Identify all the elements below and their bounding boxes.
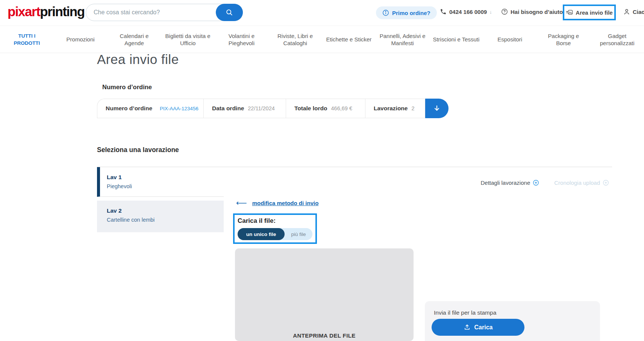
nav-label: Striscioni e Tessuti	[433, 36, 479, 43]
nav-label: Biglietti da visita e Ufficio	[164, 32, 211, 47]
order-section-title: Numero d’ordine	[102, 84, 152, 91]
order-total-label: Totale lordo	[294, 105, 327, 112]
nav-item-calendari[interactable]: Calendari e Agende	[108, 26, 161, 53]
logo-text-black: printing	[40, 4, 84, 19]
upload-history-label: Cronologia upload	[554, 180, 600, 186]
detail-links: Dettagli lavorazione Cronologia upload	[489, 180, 609, 186]
select-job-title: Seleziona una lavorazione	[97, 146, 179, 154]
single-file-option[interactable]: un unico file	[238, 228, 285, 240]
nav-item-tutti-i-prodotti[interactable]: TUTTI I PRODOTTI	[0, 26, 54, 53]
nav-item-biglietti[interactable]: Biglietti da visita e Ufficio	[161, 26, 215, 53]
area-invio-file-link[interactable]: Area invio file	[563, 5, 616, 20]
nav-label: Gadget personalizzati	[594, 32, 641, 47]
nav-item-volantini[interactable]: Volantini e Pieghevoli	[215, 26, 268, 53]
order-total-value: 466,69 €	[331, 105, 352, 111]
logo[interactable]: pixartprinting	[8, 4, 85, 19]
single-file-label: un unico file	[246, 231, 276, 237]
nav-label: TUTTI I PRODOTTI	[12, 32, 42, 47]
nav-item-pannelli[interactable]: Pannelli, Adesivi e Manifesti	[376, 26, 429, 53]
nav-item-striscioni[interactable]: Striscioni e Tessuti	[429, 26, 483, 53]
plus-circle-icon	[603, 180, 609, 186]
left-arrow-icon: ⟵	[236, 198, 247, 207]
order-total-cell: Totale lordo 466,69 €	[286, 99, 365, 118]
nav-label: Packaging e Borse	[540, 32, 587, 47]
phone-menu[interactable]: 0424 166 0009 ↓	[440, 8, 492, 15]
page: pixartprinting Primo ordine?	[0, 0, 644, 341]
file-preview-area: ANTEPRIMA DEL FILE	[235, 248, 414, 341]
multiple-files-option[interactable]: più file	[285, 228, 312, 240]
order-date-value: 22/11/2024	[248, 105, 275, 111]
info-icon	[382, 9, 389, 16]
job-tab-subtitle: Pieghevoli	[107, 183, 224, 189]
phone-number: 0424 166 0009	[449, 9, 487, 15]
page-title: Area invio file	[97, 52, 179, 67]
nav-item-packaging[interactable]: Packaging e Borse	[537, 26, 591, 53]
question-icon	[501, 8, 508, 15]
plus-circle-icon	[533, 180, 539, 186]
nav-item-espositori[interactable]: Espositori	[483, 26, 537, 53]
job-tab-subtitle: Cartelline con lembi	[107, 217, 224, 223]
order-summary-bar: Numero d’ordine PIX-AAA-123456 Data ordi…	[97, 99, 449, 118]
order-date-label: Data ordine	[212, 105, 244, 112]
order-search-button[interactable]	[425, 99, 449, 118]
nav-label: Volantini e Pieghevoli	[218, 32, 265, 47]
order-jobs-cell: Lavorazione 2	[365, 99, 425, 118]
send-file-text: Invia il file per la stampa	[434, 309, 600, 316]
file-preview-label: ANTEPRIMA DEL FILE	[293, 332, 355, 341]
arrow-down-icon	[433, 105, 441, 112]
multiple-files-label: più file	[291, 231, 306, 237]
nav-item-riviste[interactable]: Riviste, Libri e Cataloghi	[268, 26, 322, 53]
change-upload-method-link[interactable]: ⟵ modifica metodo di invio	[236, 198, 318, 207]
upload-mode-highlight-box: Carica il file: un unico file più file	[233, 213, 317, 244]
nav-item-etichette[interactable]: Etichette e Sticker	[322, 26, 376, 53]
nav-label: Pannelli, Adesivi e Manifesti	[379, 32, 426, 47]
first-order-label: Primo ordine?	[392, 10, 430, 16]
nav-label: Riviste, Libri e Cataloghi	[272, 32, 319, 47]
chevron-down-icon: ↓	[489, 9, 492, 15]
job-details-link[interactable]: Dettagli lavorazione	[480, 180, 539, 186]
nav-item-gadget[interactable]: Gadget personalizzati	[590, 26, 644, 53]
job-tab-1[interactable]: Lav 1 Pieghevoli	[97, 167, 224, 197]
search-icon	[225, 8, 233, 17]
nav-item-promozioni[interactable]: Promozioni	[54, 26, 108, 53]
job-tab-title: Lav 1	[107, 174, 224, 181]
upload-file-icon	[566, 9, 573, 16]
nav-label: Calendari e Agende	[111, 32, 158, 47]
change-upload-method-label: modifica metodo di invio	[252, 200, 319, 206]
order-jobs-value: 2	[411, 105, 414, 111]
main-nav: TUTTI I PRODOTTI Promozioni Calendari e …	[0, 26, 644, 53]
logo-text-red: pixart	[8, 4, 40, 19]
nav-label: Espositori	[497, 36, 522, 43]
area-invio-file-label: Area invio file	[576, 9, 612, 16]
account-menu[interactable]: Ciao	[623, 8, 644, 15]
user-icon	[623, 8, 630, 15]
job-tab-title: Lav 2	[107, 207, 224, 214]
header: pixartprinting Primo ordine?	[0, 0, 644, 26]
upload-button-label: Carica	[474, 324, 493, 331]
nav-label: Promozioni	[67, 36, 95, 43]
help-label: Hai bisogno d’aiuto?	[511, 9, 566, 15]
job-details-label: Dettagli lavorazione	[480, 180, 530, 186]
order-number-label: Numero d’ordine	[106, 105, 152, 112]
upload-mode-label: Carica il file:	[238, 217, 312, 225]
phone-icon	[440, 8, 447, 15]
upload-history-link: Cronologia upload	[554, 180, 609, 186]
upload-icon	[464, 324, 471, 331]
search-button[interactable]	[216, 4, 243, 21]
search-input[interactable]	[86, 9, 216, 16]
send-file-card: Invia il file per la stampa Carica	[425, 301, 600, 341]
first-order-link[interactable]: Primo ordine?	[376, 6, 437, 19]
upload-button[interactable]: Carica	[432, 319, 524, 336]
order-date-cell: Data ordine 22/11/2024	[203, 99, 286, 118]
help-link[interactable]: Hai bisogno d’aiuto?	[501, 8, 566, 15]
greeting-label: Ciao	[633, 9, 644, 15]
nav-label: Etichette e Sticker	[326, 36, 371, 43]
order-number-value: PIX-AAA-123456	[160, 106, 199, 111]
order-jobs-label: Lavorazione	[374, 105, 408, 112]
search-bar	[86, 4, 243, 21]
job-tab-2[interactable]: Lav 2 Cartelline con lembi	[97, 201, 224, 232]
upload-mode-toggle: un unico file più file	[238, 228, 312, 240]
order-number-cell: Numero d’ordine PIX-AAA-123456	[97, 99, 203, 118]
